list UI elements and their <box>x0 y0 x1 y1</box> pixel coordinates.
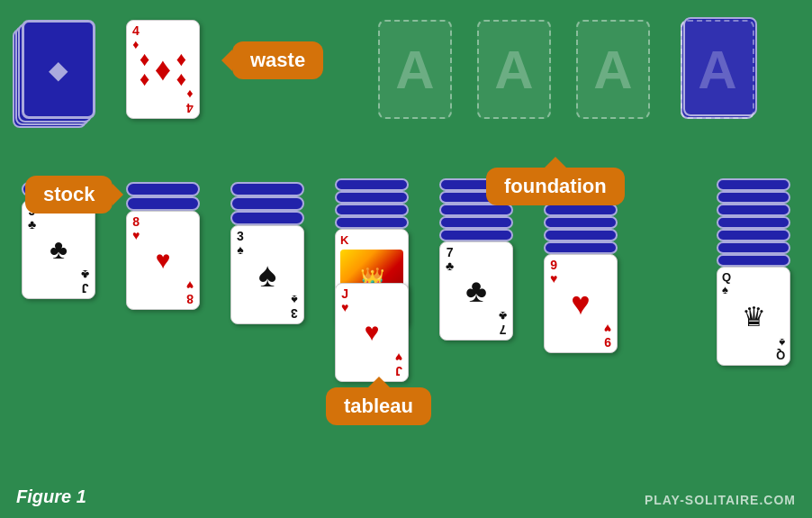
tableau-2-back-1 <box>126 196 200 211</box>
waste-callout: waste <box>232 41 323 79</box>
game-area: ◆ 4♦ ♦ ♦ ♦ ♦ ♦ 4♦ A A A A J♣ ♣ J♣ 8♥ <box>0 0 812 518</box>
foundation-slot-2[interactable]: A <box>477 20 551 119</box>
tableau-5-back-1 <box>439 229 513 241</box>
tableau-col7-card[interactable]: Q♠ ♛ Q♠ <box>717 267 790 366</box>
tableau-7-back-6 <box>717 191 790 204</box>
tableau-callout: tableau <box>326 387 431 425</box>
tableau-7-back-3 <box>717 229 790 241</box>
waste-card[interactable]: 4♦ ♦ ♦ ♦ ♦ ♦ 4♦ <box>126 20 200 119</box>
figure-label: Figure 1 <box>16 486 86 507</box>
stock-card[interactable] <box>22 20 95 119</box>
foundation-slot-1[interactable]: A <box>378 20 452 119</box>
tableau-6-back-2 <box>544 229 618 241</box>
tableau-6-back-3 <box>544 216 618 229</box>
tableau-4-back-3 <box>335 191 409 204</box>
tableau-4-back-2 <box>335 204 409 216</box>
tableau-7-back-7 <box>717 178 790 191</box>
tableau-4-back-1 <box>335 216 409 229</box>
tableau-7-back-1 <box>717 254 790 267</box>
tableau-col5-card[interactable]: 7♣ ♣ 7♣ <box>439 241 513 341</box>
tableau-6-back-4 <box>544 204 618 216</box>
foundation-callout: foundation <box>486 168 625 205</box>
tableau-3-back-2 <box>230 196 304 211</box>
tableau-5-back-3 <box>439 204 513 216</box>
tableau-col2-card[interactable]: 8♥ ♥ 8♥ <box>126 211 200 310</box>
waste-rank-top: 4♦ <box>132 24 140 52</box>
tableau-6-back-1 <box>544 241 618 254</box>
tableau-col1-card[interactable]: J♣ ♣ J♣ <box>22 200 95 299</box>
tableau-5-back-2 <box>439 216 513 229</box>
waste-rank-bottom: 4♦ <box>186 86 194 114</box>
foundation-slot-4[interactable]: A <box>681 20 754 119</box>
tableau-7-back-4 <box>717 216 790 229</box>
stock-callout: stock <box>25 176 113 214</box>
tableau-col3-card[interactable]: 3♠ ♠ 3♠ <box>230 225 304 324</box>
tableau-col6-card[interactable]: 9♥ ♥ 9♥ <box>544 254 618 353</box>
tableau-7-back-2 <box>717 241 790 254</box>
tableau-3-back-3 <box>230 182 304 196</box>
tableau-2-back-2 <box>126 182 200 196</box>
tableau-4-back-4 <box>335 178 409 191</box>
foundation-slot-3[interactable]: A <box>576 20 650 119</box>
site-label: PLAY-SOLITAIRE.COM <box>645 493 796 507</box>
tableau-7-back-5 <box>717 204 790 216</box>
tableau-3-back-1 <box>230 211 304 225</box>
waste-center: ♦ <box>155 50 171 88</box>
